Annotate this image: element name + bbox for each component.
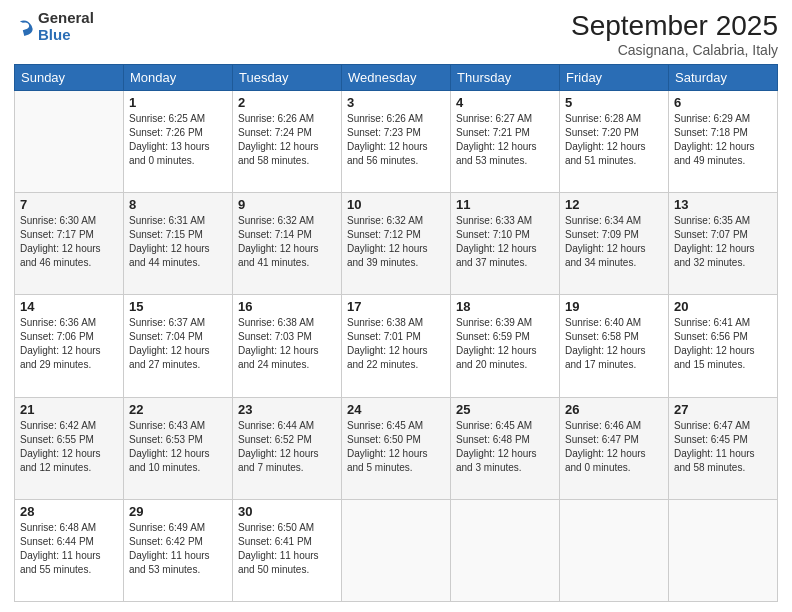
day-number: 24 (347, 402, 445, 417)
table-row: 16Sunrise: 6:38 AMSunset: 7:03 PMDayligh… (233, 295, 342, 397)
table-row: 17Sunrise: 6:38 AMSunset: 7:01 PMDayligh… (342, 295, 451, 397)
day-info: Sunrise: 6:41 AMSunset: 6:56 PMDaylight:… (674, 316, 772, 372)
day-number: 12 (565, 197, 663, 212)
table-row (342, 499, 451, 601)
calendar-week-row: 14Sunrise: 6:36 AMSunset: 7:06 PMDayligh… (15, 295, 778, 397)
table-row (15, 91, 124, 193)
day-number: 23 (238, 402, 336, 417)
day-number: 21 (20, 402, 118, 417)
day-info: Sunrise: 6:50 AMSunset: 6:41 PMDaylight:… (238, 521, 336, 577)
table-row: 14Sunrise: 6:36 AMSunset: 7:06 PMDayligh… (15, 295, 124, 397)
col-tuesday: Tuesday (233, 65, 342, 91)
day-number: 8 (129, 197, 227, 212)
table-row: 1Sunrise: 6:25 AMSunset: 7:26 PMDaylight… (124, 91, 233, 193)
day-number: 27 (674, 402, 772, 417)
table-row: 23Sunrise: 6:44 AMSunset: 6:52 PMDayligh… (233, 397, 342, 499)
table-row: 2Sunrise: 6:26 AMSunset: 7:24 PMDaylight… (233, 91, 342, 193)
day-info: Sunrise: 6:26 AMSunset: 7:23 PMDaylight:… (347, 112, 445, 168)
month-year: September 2025 (571, 10, 778, 42)
day-info: Sunrise: 6:47 AMSunset: 6:45 PMDaylight:… (674, 419, 772, 475)
day-number: 28 (20, 504, 118, 519)
day-info: Sunrise: 6:48 AMSunset: 6:44 PMDaylight:… (20, 521, 118, 577)
logo-text: General Blue (38, 10, 94, 43)
col-thursday: Thursday (451, 65, 560, 91)
day-info: Sunrise: 6:44 AMSunset: 6:52 PMDaylight:… (238, 419, 336, 475)
day-number: 20 (674, 299, 772, 314)
day-number: 19 (565, 299, 663, 314)
day-number: 11 (456, 197, 554, 212)
day-number: 5 (565, 95, 663, 110)
day-number: 25 (456, 402, 554, 417)
table-row (451, 499, 560, 601)
table-row (669, 499, 778, 601)
table-row: 22Sunrise: 6:43 AMSunset: 6:53 PMDayligh… (124, 397, 233, 499)
table-row: 11Sunrise: 6:33 AMSunset: 7:10 PMDayligh… (451, 193, 560, 295)
day-number: 6 (674, 95, 772, 110)
logo-icon (14, 17, 36, 39)
table-row: 18Sunrise: 6:39 AMSunset: 6:59 PMDayligh… (451, 295, 560, 397)
day-number: 22 (129, 402, 227, 417)
day-number: 2 (238, 95, 336, 110)
table-row: 29Sunrise: 6:49 AMSunset: 6:42 PMDayligh… (124, 499, 233, 601)
day-info: Sunrise: 6:45 AMSunset: 6:48 PMDaylight:… (456, 419, 554, 475)
day-info: Sunrise: 6:37 AMSunset: 7:04 PMDaylight:… (129, 316, 227, 372)
day-info: Sunrise: 6:43 AMSunset: 6:53 PMDaylight:… (129, 419, 227, 475)
day-info: Sunrise: 6:42 AMSunset: 6:55 PMDaylight:… (20, 419, 118, 475)
day-number: 13 (674, 197, 772, 212)
day-number: 18 (456, 299, 554, 314)
table-row: 7Sunrise: 6:30 AMSunset: 7:17 PMDaylight… (15, 193, 124, 295)
day-number: 17 (347, 299, 445, 314)
calendar: Sunday Monday Tuesday Wednesday Thursday… (14, 64, 778, 602)
day-info: Sunrise: 6:45 AMSunset: 6:50 PMDaylight:… (347, 419, 445, 475)
logo-general: General (38, 9, 94, 26)
day-info: Sunrise: 6:29 AMSunset: 7:18 PMDaylight:… (674, 112, 772, 168)
table-row: 10Sunrise: 6:32 AMSunset: 7:12 PMDayligh… (342, 193, 451, 295)
header-row: Sunday Monday Tuesday Wednesday Thursday… (15, 65, 778, 91)
table-row: 12Sunrise: 6:34 AMSunset: 7:09 PMDayligh… (560, 193, 669, 295)
header: General Blue September 2025 Casignana, C… (14, 10, 778, 58)
day-number: 1 (129, 95, 227, 110)
day-number: 4 (456, 95, 554, 110)
day-info: Sunrise: 6:32 AMSunset: 7:12 PMDaylight:… (347, 214, 445, 270)
day-number: 7 (20, 197, 118, 212)
table-row: 9Sunrise: 6:32 AMSunset: 7:14 PMDaylight… (233, 193, 342, 295)
day-info: Sunrise: 6:46 AMSunset: 6:47 PMDaylight:… (565, 419, 663, 475)
table-row: 25Sunrise: 6:45 AMSunset: 6:48 PMDayligh… (451, 397, 560, 499)
table-row: 21Sunrise: 6:42 AMSunset: 6:55 PMDayligh… (15, 397, 124, 499)
day-info: Sunrise: 6:34 AMSunset: 7:09 PMDaylight:… (565, 214, 663, 270)
table-row: 3Sunrise: 6:26 AMSunset: 7:23 PMDaylight… (342, 91, 451, 193)
day-number: 10 (347, 197, 445, 212)
table-row: 6Sunrise: 6:29 AMSunset: 7:18 PMDaylight… (669, 91, 778, 193)
day-number: 30 (238, 504, 336, 519)
day-info: Sunrise: 6:25 AMSunset: 7:26 PMDaylight:… (129, 112, 227, 168)
table-row: 28Sunrise: 6:48 AMSunset: 6:44 PMDayligh… (15, 499, 124, 601)
table-row: 4Sunrise: 6:27 AMSunset: 7:21 PMDaylight… (451, 91, 560, 193)
day-info: Sunrise: 6:30 AMSunset: 7:17 PMDaylight:… (20, 214, 118, 270)
table-row: 27Sunrise: 6:47 AMSunset: 6:45 PMDayligh… (669, 397, 778, 499)
col-sunday: Sunday (15, 65, 124, 91)
logo: General Blue (14, 10, 94, 43)
calendar-week-row: 28Sunrise: 6:48 AMSunset: 6:44 PMDayligh… (15, 499, 778, 601)
table-row: 5Sunrise: 6:28 AMSunset: 7:20 PMDaylight… (560, 91, 669, 193)
table-row: 13Sunrise: 6:35 AMSunset: 7:07 PMDayligh… (669, 193, 778, 295)
col-friday: Friday (560, 65, 669, 91)
table-row: 20Sunrise: 6:41 AMSunset: 6:56 PMDayligh… (669, 295, 778, 397)
table-row: 15Sunrise: 6:37 AMSunset: 7:04 PMDayligh… (124, 295, 233, 397)
day-number: 26 (565, 402, 663, 417)
table-row (560, 499, 669, 601)
title-section: September 2025 Casignana, Calabria, Ital… (571, 10, 778, 58)
col-monday: Monday (124, 65, 233, 91)
table-row: 19Sunrise: 6:40 AMSunset: 6:58 PMDayligh… (560, 295, 669, 397)
day-number: 29 (129, 504, 227, 519)
col-wednesday: Wednesday (342, 65, 451, 91)
day-info: Sunrise: 6:36 AMSunset: 7:06 PMDaylight:… (20, 316, 118, 372)
table-row: 24Sunrise: 6:45 AMSunset: 6:50 PMDayligh… (342, 397, 451, 499)
day-number: 15 (129, 299, 227, 314)
logo-blue: Blue (38, 26, 71, 43)
day-number: 9 (238, 197, 336, 212)
day-info: Sunrise: 6:38 AMSunset: 7:03 PMDaylight:… (238, 316, 336, 372)
calendar-week-row: 21Sunrise: 6:42 AMSunset: 6:55 PMDayligh… (15, 397, 778, 499)
day-info: Sunrise: 6:49 AMSunset: 6:42 PMDaylight:… (129, 521, 227, 577)
day-number: 16 (238, 299, 336, 314)
location: Casignana, Calabria, Italy (571, 42, 778, 58)
